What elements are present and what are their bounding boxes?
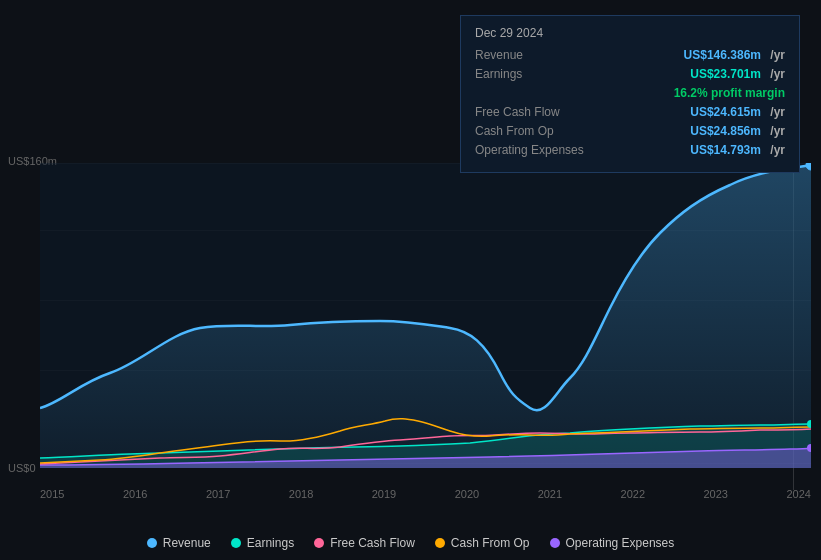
tooltip-revenue-label: Revenue (475, 48, 605, 62)
tooltip-opex-value: US$14.793m /yr (690, 143, 785, 157)
tooltip-cashop-value: US$24.856m /yr (690, 124, 785, 138)
tooltip-earnings-value: US$23.701m /yr (690, 67, 785, 81)
tooltip-date: Dec 29 2024 (475, 26, 785, 40)
tooltip-fcf-value: US$24.615m /yr (690, 105, 785, 119)
tooltip-cashop-label: Cash From Op (475, 124, 605, 138)
x-label-2024: 2024 (786, 488, 810, 500)
legend-opex-label: Operating Expenses (566, 536, 675, 550)
legend-opex-dot (550, 538, 560, 548)
x-label-2019: 2019 (372, 488, 396, 500)
legend-revenue[interactable]: Revenue (147, 536, 211, 550)
tooltip-earnings-label: Earnings (475, 67, 605, 81)
legend-cashop-dot (435, 538, 445, 548)
x-axis: 2015 2016 2017 2018 2019 2020 2021 2022 … (40, 488, 811, 500)
x-label-2017: 2017 (206, 488, 230, 500)
legend-cashop[interactable]: Cash From Op (435, 536, 530, 550)
tooltip-revenue-row: Revenue US$146.386m /yr (475, 48, 785, 62)
legend-earnings[interactable]: Earnings (231, 536, 294, 550)
x-label-2015: 2015 (40, 488, 64, 500)
y-axis-label-bottom: US$0 (8, 462, 36, 474)
tooltip-opex-label: Operating Expenses (475, 143, 605, 157)
x-label-2022: 2022 (621, 488, 645, 500)
tooltip-opex-row: Operating Expenses US$14.793m /yr (475, 143, 785, 157)
legend-fcf-dot (314, 538, 324, 548)
x-label-2016: 2016 (123, 488, 147, 500)
legend-cashop-label: Cash From Op (451, 536, 530, 550)
legend-revenue-dot (147, 538, 157, 548)
legend-fcf-label: Free Cash Flow (330, 536, 415, 550)
tooltip-cashop-row: Cash From Op US$24.856m /yr (475, 124, 785, 138)
tooltip: Dec 29 2024 Revenue US$146.386m /yr Earn… (460, 15, 800, 173)
x-label-2021: 2021 (538, 488, 562, 500)
tooltip-revenue-value: US$146.386m /yr (684, 48, 785, 62)
x-label-2020: 2020 (455, 488, 479, 500)
chart-legend: Revenue Earnings Free Cash Flow Cash Fro… (0, 536, 821, 550)
legend-fcf[interactable]: Free Cash Flow (314, 536, 415, 550)
x-label-2023: 2023 (704, 488, 728, 500)
legend-earnings-dot (231, 538, 241, 548)
legend-revenue-label: Revenue (163, 536, 211, 550)
tooltip-fcf-label: Free Cash Flow (475, 105, 605, 119)
chart-container: US$160m US$0 (0, 0, 821, 560)
tooltip-fcf-row: Free Cash Flow US$24.615m /yr (475, 105, 785, 119)
profit-margin-text: 16.2% profit margin (674, 86, 785, 100)
tooltip-earnings-row: Earnings US$23.701m /yr (475, 67, 785, 81)
legend-opex[interactable]: Operating Expenses (550, 536, 675, 550)
chart-svg (40, 163, 811, 468)
x-label-2018: 2018 (289, 488, 313, 500)
legend-earnings-label: Earnings (247, 536, 294, 550)
